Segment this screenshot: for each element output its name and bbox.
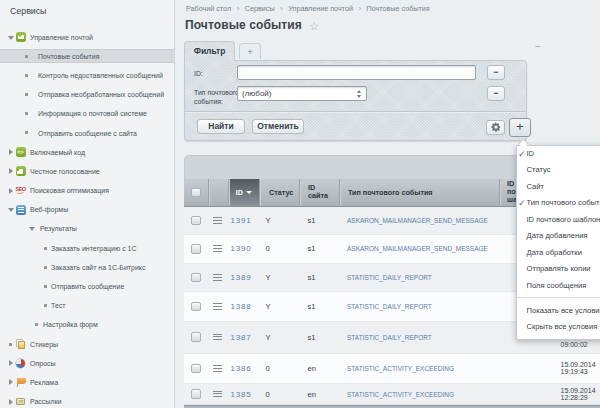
sidebar-item-label[interactable]: Управление почтой bbox=[30, 34, 93, 41]
collapsed-arrow-icon[interactable] bbox=[9, 149, 13, 155]
row-actions-menu-icon[interactable] bbox=[213, 245, 222, 252]
sidebar-item-label[interactable]: Настройка форм bbox=[43, 321, 98, 328]
sidebar-item-test[interactable]: Тест bbox=[0, 296, 175, 315]
find-button[interactable]: Найти bbox=[197, 119, 245, 135]
favorite-star-icon[interactable]: ☆ bbox=[309, 19, 319, 33]
row-event-type-link[interactable]: STATISTIC_ACTIVITY_EXCEEDING bbox=[339, 391, 499, 398]
row-event-type-link[interactable]: STATISTIC_DAILY_REPORT bbox=[339, 334, 499, 341]
sidebar-item-label[interactable]: Результаты bbox=[40, 225, 77, 232]
sidebar-item-forms-setup[interactable]: Настройка форм bbox=[0, 315, 175, 334]
row-actions-menu-icon[interactable] bbox=[213, 274, 222, 281]
sidebar-item-order-1c-bitrix-site[interactable]: Заказать сайт на 1С-Битрикс bbox=[0, 258, 175, 277]
sidebar-item-label[interactable]: Опросы bbox=[30, 360, 56, 367]
sidebar-item-label[interactable]: Стикеры bbox=[30, 341, 58, 348]
sidebar-item-label[interactable]: Отправить сообщение с сайта bbox=[38, 130, 137, 137]
breadcrumb-link[interactable]: Сервисы bbox=[245, 4, 275, 13]
row-id-link[interactable]: 1388 bbox=[228, 302, 259, 311]
header-site-column[interactable]: ID сайта bbox=[299, 179, 339, 207]
filter-collapse-button[interactable]: − bbox=[533, 43, 543, 53]
sidebar-item-webforms[interactable]: Веб-формы bbox=[0, 200, 175, 219]
sidebar-item-ads[interactable]: Реклама bbox=[0, 373, 175, 392]
column-menu-item[interactable]: Дата добавления bbox=[517, 228, 600, 245]
sidebar-item-undelivered-control[interactable]: Контроль недоставленных сообщений bbox=[0, 66, 175, 85]
collapsed-arrow-icon[interactable] bbox=[9, 399, 13, 405]
header-status-column[interactable]: Статус bbox=[259, 179, 300, 207]
row-checkbox[interactable] bbox=[191, 389, 201, 399]
remove-filter-field-button[interactable]: − bbox=[487, 65, 505, 80]
expanded-arrow-icon[interactable] bbox=[8, 36, 14, 40]
sidebar-item-label[interactable]: Реклама bbox=[30, 379, 58, 386]
sidebar-item-label[interactable]: Веб-формы bbox=[30, 206, 68, 213]
expanded-arrow-icon[interactable] bbox=[8, 208, 14, 212]
column-menu-action[interactable]: Скрыть все условия bbox=[517, 319, 600, 336]
row-id-link[interactable]: 1390 bbox=[228, 244, 259, 253]
row-event-type-link[interactable]: ASKARON_MAILMANAGER_SEND_MESSAGE bbox=[339, 217, 499, 224]
column-menu-item[interactable]: Статус bbox=[517, 162, 600, 179]
filter-type-select[interactable]: (любой) bbox=[237, 86, 367, 102]
sidebar-item-stickers[interactable]: Стикеры bbox=[0, 335, 175, 354]
sidebar-item-unprocessed-send[interactable]: Отправка необработанных сообщений bbox=[0, 85, 175, 104]
sidebar-item-label[interactable]: Поисковая оптимизация bbox=[30, 187, 109, 194]
collapsed-arrow-icon[interactable] bbox=[9, 379, 13, 385]
sidebar-item-send-message[interactable]: Отправить сообщение bbox=[0, 277, 175, 296]
sidebar-item-label[interactable]: Информация о почтовой системе bbox=[38, 110, 147, 117]
remove-filter-field-button[interactable]: − bbox=[487, 86, 505, 101]
breadcrumb-link[interactable]: Управление почтой bbox=[288, 4, 353, 13]
sidebar-item-mail-manage[interactable]: Управление почтой bbox=[0, 28, 175, 47]
sidebar-item-order-1c-integration[interactable]: Заказать интеграцию с 1С bbox=[0, 239, 175, 258]
filter-id-input[interactable] bbox=[237, 65, 476, 81]
sidebar-item-include-code[interactable]: <>Включаемый код bbox=[0, 143, 175, 162]
row-event-type-link[interactable]: ASKARON_MAILMANAGER_SEND_MESSAGE bbox=[339, 245, 499, 252]
sidebar-item-seo[interactable]: SEOПоисковая оптимизация bbox=[0, 181, 175, 200]
row-actions-menu-icon[interactable] bbox=[213, 334, 222, 341]
column-menu-item[interactable]: ✓Тип почтового события bbox=[517, 195, 600, 212]
row-checkbox[interactable] bbox=[191, 244, 201, 254]
sidebar-item-send-site-message[interactable]: Отправить сообщение с сайта bbox=[0, 123, 175, 142]
filter-settings-button[interactable] bbox=[486, 120, 505, 136]
row-id-link[interactable]: 1389 bbox=[228, 273, 259, 282]
filter-tab[interactable]: Фильтр bbox=[184, 41, 235, 61]
breadcrumb-link[interactable]: Рабочий стол bbox=[186, 4, 231, 13]
column-menu-item[interactable]: Поля сообщения bbox=[517, 278, 600, 295]
row-id-link[interactable]: 1385 bbox=[228, 390, 259, 399]
row-actions-menu-icon[interactable] bbox=[213, 303, 222, 310]
select-all-checkbox[interactable] bbox=[191, 188, 201, 198]
sidebar-item-mailing[interactable]: Рассылки bbox=[0, 392, 175, 408]
sidebar-item-label[interactable]: Контроль недоставленных сообщений bbox=[38, 72, 163, 79]
sidebar-item-mail-events[interactable]: Почтовые события bbox=[0, 47, 175, 66]
collapsed-arrow-icon[interactable] bbox=[9, 168, 13, 174]
sidebar-item-label[interactable]: Почтовые события bbox=[38, 53, 99, 60]
header-type-column[interactable]: Тип почтового события bbox=[339, 179, 499, 207]
column-menu-action[interactable]: Показать все условия bbox=[517, 303, 600, 320]
row-checkbox[interactable] bbox=[191, 332, 201, 342]
row-actions-menu-icon[interactable] bbox=[213, 391, 222, 398]
column-menu-item[interactable]: Дата обработки bbox=[517, 245, 600, 262]
sidebar-item-label[interactable]: Отправить сообщение bbox=[51, 283, 124, 290]
sidebar-item-mail-system-info[interactable]: Информация о почтовой системе bbox=[0, 104, 175, 123]
sidebar-item-label[interactable]: Рассылки bbox=[30, 398, 61, 405]
sidebar-item-label[interactable]: Тест bbox=[51, 302, 65, 309]
sidebar-item-polls[interactable]: Опросы bbox=[0, 354, 175, 373]
row-event-type-link[interactable]: STATISTIC_ACTIVITY_EXCEEDING bbox=[339, 365, 499, 372]
add-filter-tab-button[interactable]: + bbox=[239, 43, 261, 60]
row-actions-menu-icon[interactable] bbox=[213, 365, 222, 372]
breadcrumb-link[interactable]: Почтовые события bbox=[367, 4, 430, 13]
cancel-button[interactable]: Отменить bbox=[252, 119, 304, 135]
collapsed-arrow-icon[interactable] bbox=[9, 188, 13, 194]
row-event-type-link[interactable]: STATISTIC_DAILY_REPORT bbox=[339, 274, 499, 281]
row-checkbox[interactable] bbox=[191, 273, 201, 283]
collapsed-arrow-icon[interactable] bbox=[9, 360, 13, 366]
sidebar-item-label[interactable]: Заказать сайт на 1С-Битрикс bbox=[51, 264, 146, 271]
row-id-link[interactable]: 1391 bbox=[228, 216, 259, 225]
sidebar-item-label[interactable]: Заказать интеграцию с 1С bbox=[51, 245, 137, 252]
row-checkbox[interactable] bbox=[191, 302, 201, 312]
sidebar-item-label[interactable]: Отправка необработанных сообщений bbox=[38, 91, 164, 98]
sidebar-item-results[interactable]: Результаты bbox=[0, 219, 175, 238]
sidebar-item-label[interactable]: Включаемый код bbox=[30, 149, 85, 156]
header-id-column[interactable]: ID bbox=[228, 179, 259, 207]
row-id-link[interactable]: 1387 bbox=[228, 333, 259, 342]
add-filter-condition-button[interactable]: + bbox=[509, 118, 531, 137]
sidebar-item-label[interactable]: Честное голосование bbox=[30, 168, 100, 175]
row-checkbox[interactable] bbox=[191, 216, 201, 226]
row-event-type-link[interactable]: STATISTIC_DAILY_REPORT bbox=[339, 303, 499, 310]
